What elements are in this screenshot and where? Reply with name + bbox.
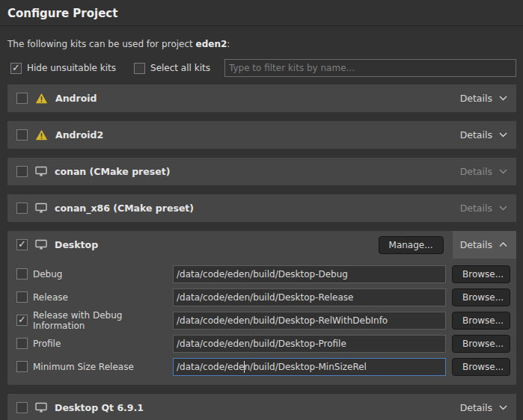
build-path-input-minsizerel[interactable] xyxy=(173,358,446,376)
kit-row-android: Android Details xyxy=(7,84,516,112)
details-button-desktop-qt-691[interactable]: Details xyxy=(453,394,516,420)
kit-name: conan_x86 (CMake preset) xyxy=(55,203,194,214)
kit-row-desktop-qt-691: Desktop Qt 6.9.1 Details xyxy=(7,394,516,420)
details-label: Details xyxy=(460,239,492,250)
kit-row-conan-x86: conan_x86 (CMake preset) Details xyxy=(7,194,516,222)
kit-header-android: Android Details xyxy=(7,84,516,112)
kits-description-text: The following kits can be used for proje… xyxy=(7,39,196,49)
kit-row-android2: Android2 Details xyxy=(7,121,516,149)
build-row-profile: Profile Browse... xyxy=(16,332,510,355)
kit-header-desktop: Desktop Manage... Details xyxy=(7,231,516,259)
details-label: Details xyxy=(460,166,492,177)
build-label: Minimum Size Release xyxy=(33,362,173,372)
details-label: Details xyxy=(460,93,492,104)
build-path-input-release[interactable] xyxy=(173,288,446,306)
hide-unsuitable-kits-checkbox[interactable] xyxy=(10,63,22,74)
browse-button-profile[interactable]: Browse... xyxy=(452,335,510,353)
kit-checkbox-android[interactable] xyxy=(16,93,28,104)
build-checkbox-minsizerel[interactable] xyxy=(16,361,28,372)
select-all-kits-checkbox[interactable] xyxy=(134,63,145,74)
chevron-down-icon xyxy=(499,405,507,410)
text-caret xyxy=(244,361,245,373)
build-label: Profile xyxy=(33,339,173,349)
build-path-input-debug[interactable] xyxy=(173,265,446,283)
warning-icon xyxy=(35,93,48,104)
desktop-icon xyxy=(35,203,47,214)
build-path-input-profile[interactable] xyxy=(173,335,446,353)
project-name: eden2 xyxy=(196,39,227,49)
desktop-icon xyxy=(35,166,47,177)
build-checkbox-relwithdebinfo[interactable] xyxy=(16,315,28,326)
select-all-kits-label: Select all kits xyxy=(150,63,210,73)
kit-filter-toolbar: Hide unsuitable kits Select all kits xyxy=(10,59,516,77)
kit-filter-input[interactable] xyxy=(224,59,516,77)
build-row-minsizerel: Minimum Size Release Browse... xyxy=(16,355,510,378)
chevron-down-icon xyxy=(499,169,507,174)
build-label: Release xyxy=(33,292,173,303)
kit-header-conan: conan (CMake preset) Details xyxy=(7,158,516,185)
kit-checkbox-conan-x86[interactable] xyxy=(16,203,28,214)
kit-checkbox-desktop[interactable] xyxy=(16,239,28,250)
kit-panel-desktop: Desktop Manage... Details Debug Browse..… xyxy=(7,231,516,385)
browse-button-debug[interactable]: Browse... xyxy=(452,265,510,283)
details-label: Details xyxy=(460,129,492,140)
chevron-up-icon xyxy=(499,242,507,247)
build-row-debug: Debug Browse... xyxy=(16,262,510,285)
kit-header-android2: Android2 Details xyxy=(7,121,516,149)
build-label: Debug xyxy=(33,269,173,280)
hide-unsuitable-kits-label: Hide unsuitable kits xyxy=(27,63,116,73)
build-path-input-relwithdebinfo[interactable] xyxy=(173,312,446,330)
build-checkbox-profile[interactable] xyxy=(16,338,28,349)
chevron-down-icon xyxy=(499,206,507,211)
details-button-conan-x86: Details xyxy=(453,194,516,222)
kit-checkbox-desktop-qt-691[interactable] xyxy=(16,402,28,413)
kit-row-conan: conan (CMake preset) Details xyxy=(7,158,516,185)
browse-button-minsizerel[interactable]: Browse... xyxy=(452,358,510,376)
kit-name: conan (CMake preset) xyxy=(55,166,170,177)
select-all-kits-checkbox-group[interactable]: Select all kits xyxy=(134,63,210,74)
page-title: Configure Project xyxy=(7,7,516,20)
details-button-android[interactable]: Details xyxy=(453,84,516,112)
browse-button-relwithdebinfo[interactable]: Browse... xyxy=(452,312,510,330)
chevron-down-icon xyxy=(499,96,507,101)
kit-header-desktop-qt-691: Desktop Qt 6.9.1 Details xyxy=(7,394,516,420)
build-checkbox-debug[interactable] xyxy=(16,268,28,280)
page-header: Configure Project xyxy=(0,0,523,26)
kit-name: Android2 xyxy=(55,129,103,140)
desktop-icon xyxy=(35,402,47,413)
kits-description-colon: : xyxy=(227,39,230,49)
details-button-desktop[interactable]: Details xyxy=(453,231,516,259)
kit-list: Android Details Android2 Details xyxy=(7,84,516,420)
manage-button[interactable]: Manage... xyxy=(379,236,444,254)
kit-name: Android xyxy=(55,93,97,104)
build-label: Release with Debug Information xyxy=(33,310,173,331)
kit-name: Desktop Qt 6.9.1 xyxy=(55,402,144,413)
kits-description: The following kits can be used for proje… xyxy=(7,39,516,49)
desktop-icon xyxy=(35,239,47,250)
browse-button-release[interactable]: Browse... xyxy=(452,288,510,306)
build-row-relwithdebinfo: Release with Debug Information Browse... xyxy=(16,309,510,332)
details-label: Details xyxy=(460,402,492,413)
kit-checkbox-conan[interactable] xyxy=(16,166,28,177)
kit-header-conan-x86: conan_x86 (CMake preset) Details xyxy=(7,194,516,222)
kit-checkbox-android2[interactable] xyxy=(16,129,28,140)
desktop-build-configs: Debug Browse... Release Browse... Releas… xyxy=(7,259,516,385)
build-checkbox-release[interactable] xyxy=(16,291,28,303)
kit-name: Desktop xyxy=(55,239,98,250)
build-row-release: Release Browse... xyxy=(16,285,510,309)
details-button-conan: Details xyxy=(453,158,516,185)
chevron-down-icon xyxy=(499,132,507,138)
hide-unsuitable-kits-checkbox-group[interactable]: Hide unsuitable kits xyxy=(10,63,116,74)
warning-icon xyxy=(35,129,48,140)
details-button-android2[interactable]: Details xyxy=(453,121,516,149)
details-label: Details xyxy=(460,203,492,214)
